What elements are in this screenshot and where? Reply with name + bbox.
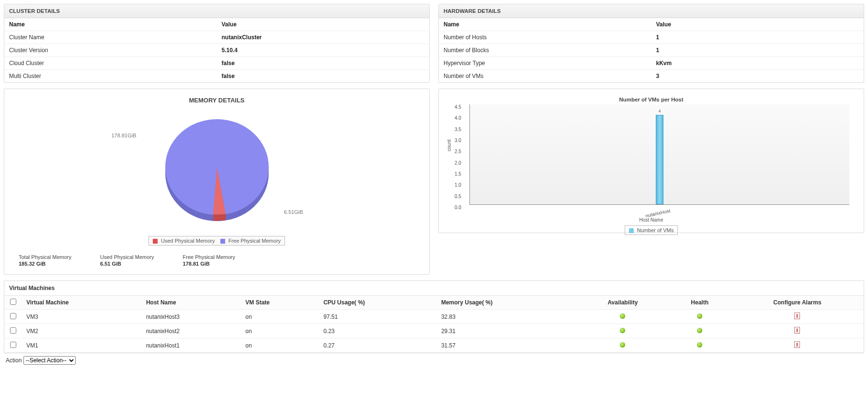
- kv-name: Cluster Name: [4, 31, 217, 44]
- col-cpu: CPU Usage( %): [319, 296, 436, 310]
- table-row: Cluster Version5.10.4: [4, 44, 429, 57]
- kv-name: Cloud Cluster: [4, 57, 217, 70]
- cell-vm: VM3: [22, 310, 141, 324]
- cell-mem: 31.57: [436, 338, 577, 353]
- cell-state: on: [240, 310, 319, 324]
- vm-panel-title: Virtual Machines: [4, 281, 864, 296]
- kv-value: 1: [651, 44, 864, 57]
- health-dot-icon: [697, 342, 702, 347]
- action-select[interactable]: --Select Action--: [23, 356, 76, 365]
- kv-name: Number of VMs: [439, 70, 651, 83]
- bar-chart: 0.00.51.01.52.02.53.03.54.04.54nutanixHo…: [469, 104, 849, 205]
- hardware-details-panel: HARDWARE DETAILS Name Value Number of Ho…: [438, 4, 864, 83]
- swatch-vms-icon: [629, 228, 634, 233]
- bar-legend-label: Number of VMs: [637, 227, 674, 233]
- y-tick: 1.5: [455, 171, 461, 177]
- availability-dot-icon: [620, 313, 625, 319]
- cell-state: on: [240, 338, 319, 353]
- cell-state: on: [240, 324, 319, 338]
- col-mem: Memory Usage( %): [436, 296, 577, 310]
- configure-alarm-icon[interactable]: [794, 341, 800, 348]
- bar-xlabel: Host Name: [448, 217, 854, 223]
- cell-vm: VM1: [22, 338, 141, 353]
- cell-cpu: 0.23: [319, 324, 436, 338]
- kv-value: 3: [651, 70, 864, 83]
- cell-mem: 29.31: [436, 324, 577, 338]
- y-tick: 1.0: [455, 182, 461, 188]
- col-host: Host Name: [141, 296, 240, 310]
- kv-value: 1: [651, 31, 864, 44]
- y-tick: 4.0: [455, 115, 461, 121]
- row-checkbox[interactable]: [10, 342, 16, 348]
- y-tick: 3.5: [455, 126, 461, 132]
- cluster-details-panel: CLUSTER DETAILS Name Value Cluster Namen…: [4, 4, 430, 83]
- col-avail: Availability: [577, 296, 668, 310]
- col-value: Value: [651, 18, 864, 31]
- kv-value: kKvm: [651, 57, 864, 70]
- y-tick: 2.0: [455, 160, 461, 165]
- y-tick: 4.5: [455, 104, 461, 110]
- memory-stats: Total Physical Memory185.32 GiB Used Phy…: [9, 246, 424, 269]
- table-row: Hypervisor TypekKvm: [439, 57, 864, 70]
- hardware-details-table: Name Value Number of Hosts1Number of Blo…: [439, 18, 864, 82]
- stat-free-label: Free Physical Memory: [183, 254, 235, 260]
- action-row: Action --Select Action--: [4, 353, 864, 368]
- availability-dot-icon: [620, 328, 625, 333]
- health-dot-icon: [697, 313, 702, 319]
- row-checkbox[interactable]: [10, 327, 16, 334]
- kv-value: 5.10.4: [217, 44, 430, 57]
- stat-used-value: 6.51 GiB: [100, 261, 154, 267]
- availability-dot-icon: [620, 342, 625, 347]
- row-checkbox[interactable]: [10, 313, 16, 319]
- kv-name: Cluster Version: [4, 44, 217, 57]
- stat-used-label: Used Physical Memory: [100, 254, 154, 260]
- cluster-details-table: Name Value Cluster NamenutanixClusterClu…: [4, 18, 429, 82]
- y-tick: 3.0: [455, 138, 461, 143]
- y-tick: 2.5: [455, 149, 461, 154]
- kv-name: Multi Cluster: [4, 70, 217, 83]
- pie-used-label: 6.51GiB: [284, 209, 303, 215]
- table-row: Number of Blocks1: [439, 44, 864, 57]
- col-alarms: Configure Alarms: [731, 296, 864, 310]
- table-row: Multi Clusterfalse: [4, 70, 429, 83]
- cell-cpu: 0.27: [319, 338, 436, 353]
- col-vm: Virtual Machine: [22, 296, 141, 310]
- table-row: Cluster NamenutanixCluster: [4, 31, 429, 44]
- select-all-checkbox[interactable]: [10, 299, 16, 305]
- y-tick: 0.0: [455, 205, 461, 210]
- memory-legend: Used Physical Memory Free Physical Memor…: [9, 236, 424, 246]
- legend-used: Used Physical Memory: [161, 238, 215, 244]
- cell-host: nutanixHost3: [141, 310, 240, 324]
- col-state: VM State: [240, 296, 319, 310]
- col-value: Value: [217, 18, 430, 31]
- table-row: Number of Hosts1: [439, 31, 864, 44]
- cell-cpu: 97.51: [319, 310, 436, 324]
- kv-name: Number of Hosts: [439, 31, 651, 44]
- table-row: VM2nutanixHost2on0.2329.31: [4, 324, 864, 338]
- stat-free-value: 178.81 GiB: [183, 261, 235, 267]
- kv-name: Hypervisor Type: [439, 57, 651, 70]
- vm-table: Virtual Machine Host Name VM State CPU U…: [4, 296, 864, 353]
- bar: 4: [656, 115, 663, 204]
- configure-alarm-icon[interactable]: [794, 313, 800, 319]
- kv-value: false: [217, 57, 430, 70]
- memory-pie-chart: 178.81GiB 6.51GiB: [92, 109, 342, 233]
- kv-name: Number of Blocks: [439, 44, 651, 57]
- bar-value: 4: [658, 109, 661, 113]
- col-name: Name: [439, 18, 651, 31]
- vm-panel: Virtual Machines Virtual Machine Host Na…: [4, 280, 864, 353]
- hardware-details-title: HARDWARE DETAILS: [439, 4, 864, 18]
- y-tick: 0.5: [455, 193, 461, 199]
- col-health: Health: [668, 296, 731, 310]
- stat-total-label: Total Physical Memory: [19, 254, 71, 260]
- col-name: Name: [4, 18, 217, 31]
- memory-chart-title: MEMORY DETAILS: [9, 97, 424, 104]
- cell-host: nutanixHost2: [141, 324, 240, 338]
- swatch-free-icon: [220, 239, 225, 244]
- vms-per-host-panel: Number of VMs per Host count 0.00.51.01.…: [438, 89, 864, 233]
- configure-alarm-icon[interactable]: [794, 327, 800, 334]
- stat-total-value: 185.32 GiB: [19, 261, 71, 267]
- table-row: VM1nutanixHost1on0.2731.57: [4, 338, 864, 353]
- bar-legend: Number of VMs: [448, 225, 854, 235]
- pie-free-label: 178.81GiB: [112, 133, 137, 138]
